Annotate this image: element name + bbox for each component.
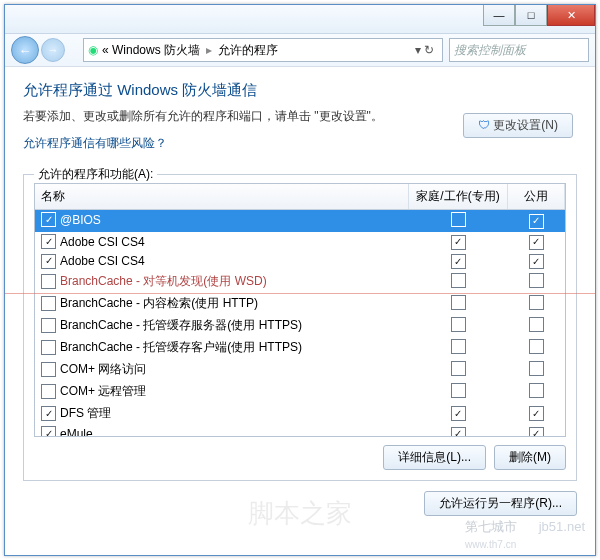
minimize-button[interactable]: — bbox=[483, 5, 515, 26]
checkbox[interactable] bbox=[529, 361, 544, 376]
checkbox[interactable] bbox=[451, 383, 466, 398]
checkbox[interactable]: ✓ bbox=[41, 426, 56, 437]
uac-shield-icon: 🛡 bbox=[478, 118, 490, 132]
maximize-button[interactable]: □ bbox=[515, 5, 547, 26]
checkbox[interactable]: ✓ bbox=[451, 235, 466, 250]
table-row[interactable]: ✓Adobe CSI CS4✓✓ bbox=[35, 232, 565, 252]
checkbox[interactable] bbox=[529, 317, 544, 332]
col-public[interactable]: 公用 bbox=[508, 184, 565, 210]
program-name: COM+ 远程管理 bbox=[60, 383, 146, 400]
checkbox[interactable]: ✓ bbox=[451, 406, 466, 421]
checkbox[interactable]: ✓ bbox=[451, 254, 466, 269]
table-row[interactable]: BranchCache - 托管缓存客户端(使用 HTTPS) bbox=[35, 337, 565, 359]
table-row[interactable]: BranchCache - 托管缓存服务器(使用 HTTPS) bbox=[35, 315, 565, 337]
col-home[interactable]: 家庭/工作(专用) bbox=[409, 184, 508, 210]
col-name[interactable]: 名称 bbox=[35, 184, 409, 210]
checkbox[interactable] bbox=[529, 383, 544, 398]
table-row[interactable]: BranchCache - 对等机发现(使用 WSD) bbox=[35, 271, 565, 293]
nav-back-button[interactable]: ← bbox=[11, 36, 39, 64]
table-row[interactable]: ✓@BIOS✓ bbox=[35, 210, 565, 233]
remove-button[interactable]: 删除(M) bbox=[494, 445, 566, 470]
group-label: 允许的程序和功能(A): bbox=[34, 166, 157, 183]
risk-link[interactable]: 允许程序通信有哪些风险？ bbox=[23, 136, 167, 150]
titlebar: — □ ✕ bbox=[5, 5, 595, 34]
program-name: DFS 管理 bbox=[60, 405, 111, 422]
details-button[interactable]: 详细信息(L)... bbox=[383, 445, 486, 470]
program-name: BranchCache - 内容检索(使用 HTTP) bbox=[60, 295, 258, 312]
checkbox[interactable] bbox=[41, 384, 56, 399]
table-row[interactable]: ✓eMule✓✓ bbox=[35, 424, 565, 437]
checkbox[interactable]: ✓ bbox=[41, 212, 56, 227]
checkbox[interactable] bbox=[529, 295, 544, 310]
checkbox[interactable]: ✓ bbox=[529, 214, 544, 229]
breadcrumb-1[interactable]: Windows 防火墙 bbox=[112, 42, 200, 59]
program-name: Adobe CSI CS4 bbox=[60, 254, 145, 268]
checkbox[interactable] bbox=[41, 340, 56, 355]
change-settings-button[interactable]: 🛡更改设置(N) bbox=[463, 113, 573, 138]
checkbox[interactable] bbox=[451, 273, 466, 288]
checkbox[interactable]: ✓ bbox=[529, 406, 544, 421]
table-row[interactable]: ✓Adobe CSI CS4✓✓ bbox=[35, 252, 565, 272]
close-button[interactable]: ✕ bbox=[547, 5, 595, 26]
checkbox[interactable]: ✓ bbox=[451, 427, 466, 438]
nav-forward-button[interactable]: → bbox=[41, 38, 65, 62]
table-row[interactable]: BranchCache - 内容检索(使用 HTTP) bbox=[35, 293, 565, 315]
table-row[interactable]: COM+ 远程管理 bbox=[35, 381, 565, 403]
program-name: BranchCache - 托管缓存服务器(使用 HTTPS) bbox=[60, 317, 302, 334]
address-bar[interactable]: ◉ « Windows 防火墙 ▸ 允许的程序 ▾ ↻ bbox=[83, 38, 443, 62]
checkbox[interactable] bbox=[41, 296, 56, 311]
table-row[interactable]: COM+ 网络访问 bbox=[35, 359, 565, 381]
page-title: 允许程序通过 Windows 防火墙通信 bbox=[23, 81, 577, 100]
checkbox[interactable]: ✓ bbox=[41, 406, 56, 421]
program-name: eMule bbox=[60, 427, 93, 438]
breadcrumb-sep: « bbox=[102, 43, 109, 57]
checkbox[interactable]: ✓ bbox=[529, 427, 544, 438]
allow-another-program-button[interactable]: 允许运行另一程序(R)... bbox=[424, 491, 577, 516]
footer-watermark: 第七城市 jb51.net www.th7.cn bbox=[465, 518, 585, 551]
checkbox[interactable] bbox=[41, 362, 56, 377]
program-name: BranchCache - 托管缓存客户端(使用 HTTPS) bbox=[60, 339, 302, 356]
checkbox[interactable] bbox=[529, 339, 544, 354]
checkbox[interactable]: ✓ bbox=[529, 254, 544, 269]
checkbox[interactable] bbox=[451, 339, 466, 354]
navbar: ← → ◉ « Windows 防火墙 ▸ 允许的程序 ▾ ↻ 搜索控制面板 bbox=[5, 34, 595, 67]
checkbox[interactable] bbox=[41, 318, 56, 333]
checkbox[interactable] bbox=[451, 212, 466, 227]
checkbox[interactable]: ✓ bbox=[529, 235, 544, 250]
breadcrumb-2[interactable]: 允许的程序 bbox=[218, 42, 278, 59]
search-input[interactable]: 搜索控制面板 bbox=[449, 38, 589, 62]
program-name: @BIOS bbox=[60, 213, 101, 227]
program-name: Adobe CSI CS4 bbox=[60, 235, 145, 249]
shield-icon: ◉ bbox=[88, 43, 98, 57]
checkbox[interactable]: ✓ bbox=[41, 254, 56, 269]
checkbox[interactable]: ✓ bbox=[41, 234, 56, 249]
checkbox[interactable] bbox=[451, 361, 466, 376]
program-name: BranchCache - 对等机发现(使用 WSD) bbox=[60, 273, 267, 290]
checkbox[interactable] bbox=[451, 295, 466, 310]
checkbox[interactable] bbox=[41, 274, 56, 289]
address-dropdown[interactable]: ▾ ↻ bbox=[411, 43, 438, 57]
chevron-right-icon: ▸ bbox=[206, 43, 212, 57]
table-row[interactable]: ✓DFS 管理✓✓ bbox=[35, 403, 565, 424]
allowed-programs-group: 允许的程序和功能(A): 名称 家庭/工作(专用) 公用 ✓@BIOS✓✓Ado… bbox=[23, 174, 577, 481]
programs-table[interactable]: 名称 家庭/工作(专用) 公用 ✓@BIOS✓✓Adobe CSI CS4✓✓✓… bbox=[34, 183, 566, 437]
program-name: COM+ 网络访问 bbox=[60, 361, 146, 378]
content-body: 允许程序通过 Windows 防火墙通信 若要添加、更改或删除所有允许的程序和端… bbox=[5, 67, 595, 556]
window: — □ ✕ ← → ◉ « Windows 防火墙 ▸ 允许的程序 ▾ ↻ 搜索… bbox=[4, 4, 596, 556]
checkbox[interactable] bbox=[451, 317, 466, 332]
checkbox[interactable] bbox=[529, 273, 544, 288]
